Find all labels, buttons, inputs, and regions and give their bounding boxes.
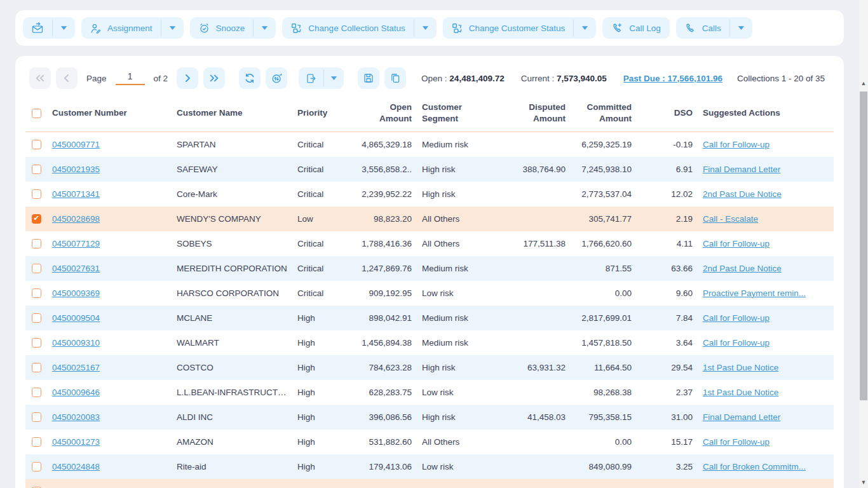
export-dropdown[interactable] bbox=[324, 67, 344, 89]
customer-number-link[interactable]: 0450071341 bbox=[52, 189, 100, 199]
row-checkbox[interactable] bbox=[32, 239, 41, 248]
vertical-scrollbar[interactable]: ▲ ▼ bbox=[859, 0, 868, 488]
row-checkbox[interactable] bbox=[32, 214, 41, 224]
column-header-customer-number[interactable]: Customer Number bbox=[47, 99, 172, 132]
chevron-down-icon bbox=[422, 25, 429, 30]
column-header-committed-amount[interactable]: Committed Amount bbox=[571, 99, 637, 132]
scroll-down-arrow-icon[interactable]: ▼ bbox=[859, 478, 868, 487]
suggested-action-link[interactable]: Call for Follow-up bbox=[703, 140, 770, 149]
row-checkbox[interactable] bbox=[32, 338, 41, 348]
suggested-action-link[interactable]: Call for Follow-up bbox=[703, 239, 770, 248]
suggested-action-link[interactable]: Call for Follow-up bbox=[703, 437, 770, 447]
previous-page-icon bbox=[63, 74, 71, 83]
customer-number-link[interactable]: 0450024848 bbox=[52, 462, 100, 471]
copy-button[interactable] bbox=[384, 67, 406, 89]
column-header-priority[interactable]: Priority bbox=[292, 99, 353, 132]
change-collection-status-dropdown[interactable] bbox=[414, 17, 437, 39]
column-header-customer-name[interactable]: Customer Name bbox=[172, 99, 292, 132]
customer-number-link[interactable]: 0450020083 bbox=[52, 412, 100, 422]
customer-number-link[interactable]: 0450001273 bbox=[52, 437, 100, 447]
column-header-open-amount[interactable]: Open Amount bbox=[353, 99, 417, 132]
row-checkbox[interactable] bbox=[32, 412, 41, 422]
column-header-customer-segment[interactable]: Customer Segment bbox=[417, 99, 501, 132]
suggested-action-link[interactable]: 1st Past Due Notice bbox=[703, 363, 778, 372]
row-checkbox[interactable] bbox=[32, 140, 41, 149]
customer-segment: Medium risk bbox=[422, 313, 468, 323]
select-all-checkbox[interactable] bbox=[32, 109, 41, 118]
customer-segment: Low risk bbox=[422, 288, 454, 298]
customer-number-link[interactable]: 0450009369 bbox=[52, 288, 100, 298]
column-header-disputed-amount[interactable]: Disputed Amount bbox=[501, 99, 571, 132]
row-checkbox[interactable] bbox=[32, 437, 41, 447]
row-checkbox[interactable] bbox=[32, 189, 41, 199]
suggested-action-link[interactable]: Final Demand Letter bbox=[703, 412, 780, 422]
suggested-action-link[interactable]: Proactive Payment remin... bbox=[703, 288, 806, 298]
row-checkbox[interactable] bbox=[32, 264, 41, 273]
past-due-link[interactable]: Past Due : 17,566,101.96 bbox=[623, 74, 722, 83]
column-header-dso[interactable]: DSO bbox=[637, 99, 698, 132]
disputed-amount: 63,931.32 bbox=[527, 363, 566, 372]
customer-number-link[interactable]: 0450009646 bbox=[52, 388, 100, 397]
dso: 7.84 bbox=[676, 313, 693, 323]
scroll-up-arrow-icon[interactable]: ▲ bbox=[859, 79, 868, 88]
change-customer-status-label: Change Customer Status bbox=[469, 24, 566, 33]
send-email-dropdown[interactable] bbox=[53, 17, 75, 39]
next-page-button[interactable] bbox=[177, 67, 198, 89]
suggested-action-link[interactable]: 2nd Past Due Notice bbox=[703, 189, 782, 199]
page-number-input[interactable] bbox=[116, 71, 145, 85]
committed-amount: 305,741.77 bbox=[588, 214, 632, 224]
table-row: 0450077129SOBEYSCritical1,788,416.36All … bbox=[25, 231, 834, 256]
committed-amount: 11,664.50 bbox=[594, 363, 632, 372]
dso: 31.00 bbox=[671, 412, 693, 422]
table-row: 0450021935SAFEWAYCritical3,556,858.2..Hi… bbox=[25, 157, 834, 182]
suggested-action-link[interactable]: Call for Broken Commitm... bbox=[703, 462, 806, 471]
snooze-button[interactable]: Snooze bbox=[190, 17, 254, 39]
column-header-suggested-actions[interactable]: Suggested Actions bbox=[698, 99, 834, 132]
row-checkbox[interactable] bbox=[32, 165, 41, 174]
next-page-icon bbox=[184, 74, 191, 83]
export-button[interactable] bbox=[299, 67, 323, 89]
calls-dropdown[interactable] bbox=[730, 17, 752, 39]
call-log-button[interactable]: Call Log bbox=[602, 17, 670, 39]
open-amount: 909,192.95 bbox=[369, 288, 412, 298]
change-collection-status-button[interactable]: Change Collection Status bbox=[282, 17, 413, 39]
scrollbar-thumb[interactable] bbox=[860, 92, 867, 400]
row-checkbox[interactable] bbox=[32, 363, 41, 372]
first-page-button[interactable] bbox=[29, 67, 51, 89]
row-checkbox[interactable] bbox=[32, 288, 41, 298]
dso: 29.54 bbox=[671, 363, 693, 372]
suggested-action-link[interactable]: Call for Follow-up bbox=[703, 313, 770, 323]
suggested-action-link[interactable]: Call for Follow-up bbox=[703, 338, 770, 348]
change-collection-status-split-button: Change Collection Status bbox=[282, 17, 436, 39]
customer-number-link[interactable]: 0450009771 bbox=[52, 140, 100, 149]
suggested-action-link[interactable]: 2nd Past Due Notice bbox=[703, 264, 782, 273]
refresh-button[interactable] bbox=[239, 67, 261, 89]
customer-name: WENDY'S COMPANY bbox=[177, 214, 261, 224]
customer-number-link[interactable]: 0450027631 bbox=[52, 264, 100, 273]
export-icon bbox=[305, 72, 317, 85]
save-layout-button[interactable] bbox=[358, 67, 379, 89]
customer-number-link[interactable]: 0450021935 bbox=[52, 165, 100, 174]
previous-page-button[interactable] bbox=[56, 67, 78, 89]
sequence-order-button[interactable] bbox=[266, 67, 287, 89]
customer-number-link[interactable]: 0450009310 bbox=[52, 338, 100, 348]
suggested-action-link[interactable]: Call - Escalate bbox=[703, 214, 758, 224]
suggested-action-link[interactable]: 1st Past Due Notice bbox=[703, 388, 778, 397]
customer-number-link[interactable]: 0450009504 bbox=[52, 313, 100, 323]
change-customer-status-dropdown[interactable] bbox=[574, 17, 596, 39]
assignment-dropdown[interactable] bbox=[161, 17, 184, 39]
last-page-button[interactable] bbox=[203, 67, 225, 89]
committed-amount: 1,766,620.60 bbox=[581, 239, 632, 248]
row-checkbox[interactable] bbox=[32, 388, 41, 397]
snooze-dropdown[interactable] bbox=[254, 17, 276, 39]
suggested-action-link[interactable]: Final Demand Letter bbox=[703, 165, 780, 174]
calls-button[interactable]: Calls bbox=[676, 17, 729, 39]
row-checkbox[interactable] bbox=[32, 313, 41, 323]
customer-number-link[interactable]: 0450077129 bbox=[52, 239, 100, 248]
row-checkbox[interactable] bbox=[32, 462, 41, 471]
customer-number-link[interactable]: 0450025167 bbox=[52, 363, 100, 372]
send-email-button[interactable] bbox=[23, 17, 52, 39]
assignment-button[interactable]: Assignment bbox=[81, 17, 161, 39]
customer-number-link[interactable]: 0450028698 bbox=[52, 214, 100, 224]
change-customer-status-button[interactable]: Change Customer Status bbox=[443, 17, 574, 39]
